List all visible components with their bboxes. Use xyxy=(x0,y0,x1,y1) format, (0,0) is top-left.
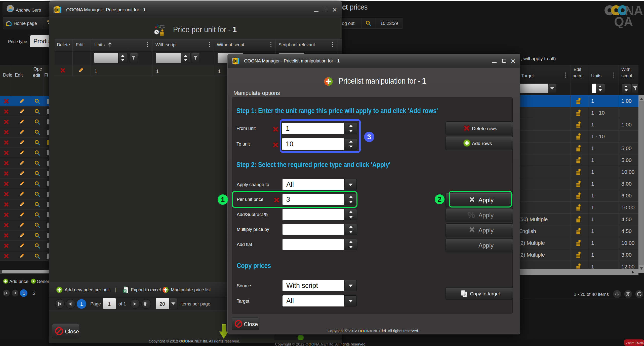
svg-text:QA: QA xyxy=(614,15,633,28)
